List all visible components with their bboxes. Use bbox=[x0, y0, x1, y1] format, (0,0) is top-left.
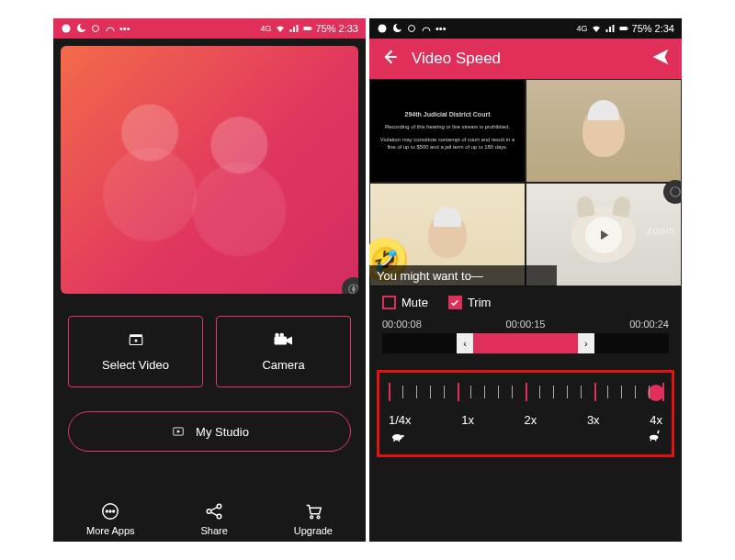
share-icon bbox=[204, 501, 224, 521]
svg-point-19 bbox=[311, 516, 313, 519]
status-dots: ••• bbox=[435, 23, 447, 34]
more-icon bbox=[100, 501, 120, 521]
send-icon bbox=[650, 47, 671, 67]
my-studio-button[interactable]: My Studio bbox=[68, 411, 351, 452]
nav-more-apps[interactable]: More Apps bbox=[86, 501, 135, 536]
select-video-button[interactable]: Select Video bbox=[68, 316, 203, 387]
video-preview[interactable]: 294th Judicial District Court Recording … bbox=[369, 79, 682, 286]
svg-point-1 bbox=[93, 26, 99, 32]
send-button[interactable] bbox=[650, 47, 671, 72]
svg-rect-24 bbox=[627, 28, 628, 29]
play-button[interactable] bbox=[585, 217, 622, 253]
speed-4x[interactable]: 4x bbox=[650, 413, 662, 427]
rabbit-icon bbox=[644, 429, 662, 447]
moon-icon bbox=[391, 23, 402, 34]
time-mid: 00:00:15 bbox=[506, 319, 546, 330]
video-tile-court: 294th Judicial District Court Recording … bbox=[369, 79, 526, 183]
home-screen: ••• 4G 75% 2:33 Select Video bbox=[53, 18, 366, 542]
clock: 2:33 bbox=[339, 23, 358, 34]
svg-point-6 bbox=[134, 339, 137, 342]
svg-rect-7 bbox=[130, 334, 142, 336]
shutter-icon bbox=[342, 277, 358, 294]
svg-point-26 bbox=[392, 434, 402, 441]
bottom-nav: More Apps Share Upgrade bbox=[53, 501, 366, 536]
trim-handle-left[interactable]: ‹ bbox=[457, 333, 473, 353]
my-studio-label: My Studio bbox=[196, 425, 249, 439]
battery-icon bbox=[302, 23, 313, 34]
speed-ruler[interactable] bbox=[389, 382, 662, 408]
editor-screen: ••• 4G 75% 2:34 Video Speed 294th Judici bbox=[369, 18, 682, 542]
msg-icon bbox=[377, 23, 388, 34]
battery-pct: 75% bbox=[316, 23, 336, 34]
speed-control: 1/4x 1x 2x 3x 4x bbox=[377, 370, 674, 457]
svg-point-30 bbox=[650, 435, 658, 440]
nav-share[interactable]: Share bbox=[201, 501, 228, 536]
battery-icon bbox=[618, 23, 629, 34]
clock: 2:34 bbox=[655, 23, 674, 34]
video-tile-judge bbox=[526, 79, 682, 183]
net-label: 4G bbox=[577, 24, 588, 33]
signal-icon bbox=[288, 23, 300, 34]
svg-point-0 bbox=[62, 25, 71, 33]
nav-more-label: More Apps bbox=[86, 525, 135, 536]
status-bar: ••• 4G 75% 2:34 bbox=[369, 18, 682, 39]
svg-point-15 bbox=[113, 510, 115, 512]
svg-rect-29 bbox=[399, 440, 400, 442]
speed-1x[interactable]: 1x bbox=[461, 413, 474, 427]
svg-point-27 bbox=[401, 435, 404, 438]
msg-icon bbox=[61, 23, 72, 34]
status-dots: ••• bbox=[119, 23, 130, 34]
arc-icon bbox=[421, 23, 432, 34]
wifi-icon bbox=[591, 23, 602, 34]
app-icon bbox=[90, 23, 101, 34]
svg-rect-32 bbox=[655, 439, 656, 441]
battery-pct: 75% bbox=[632, 23, 652, 34]
back-button[interactable] bbox=[380, 48, 399, 71]
svg-rect-31 bbox=[650, 439, 651, 441]
cart-icon bbox=[303, 501, 323, 521]
svg-point-22 bbox=[409, 26, 415, 32]
camcorder-icon bbox=[272, 332, 296, 349]
svg-rect-2 bbox=[303, 27, 311, 30]
svg-rect-8 bbox=[274, 336, 287, 344]
camera-button[interactable]: Camera bbox=[216, 316, 351, 387]
time-end: 00:00:24 bbox=[629, 319, 669, 330]
app-icon bbox=[406, 23, 417, 34]
turtle-icon bbox=[389, 429, 407, 447]
arrow-left-icon bbox=[380, 48, 399, 66]
svg-point-14 bbox=[109, 510, 111, 512]
speed-1-4x[interactable]: 1/4x bbox=[389, 413, 412, 427]
status-bar: ••• 4G 75% 2:33 bbox=[53, 18, 366, 39]
svg-point-25 bbox=[671, 186, 681, 196]
svg-point-13 bbox=[107, 510, 108, 512]
mute-label: Mute bbox=[401, 296, 428, 309]
play-icon bbox=[595, 227, 612, 243]
trim-slider[interactable]: ‹ › bbox=[382, 333, 669, 353]
camera-label: Camera bbox=[262, 358, 304, 372]
net-label: 4G bbox=[261, 24, 272, 33]
court-title: 294th Judicial District Court bbox=[405, 111, 491, 118]
hero-image bbox=[61, 46, 358, 294]
select-video-label: Select Video bbox=[102, 358, 169, 372]
speed-2x[interactable]: 2x bbox=[525, 413, 537, 427]
trim-handle-right[interactable]: › bbox=[578, 333, 594, 353]
svg-point-10 bbox=[279, 332, 284, 337]
nav-upgrade[interactable]: Upgrade bbox=[294, 501, 333, 536]
app-bar: Video Speed bbox=[369, 39, 682, 79]
svg-rect-28 bbox=[393, 440, 394, 442]
check-icon bbox=[450, 298, 459, 308]
trim-checkbox[interactable]: Trim bbox=[448, 296, 492, 309]
speed-3x[interactable]: 3x bbox=[587, 413, 600, 427]
page-title: Video Speed bbox=[412, 50, 501, 68]
mute-checkbox[interactable]: Mute bbox=[382, 296, 428, 309]
studio-icon bbox=[170, 425, 187, 438]
arc-icon bbox=[105, 23, 116, 34]
svg-point-20 bbox=[317, 516, 320, 519]
shutter-icon bbox=[663, 180, 682, 204]
svg-point-9 bbox=[275, 332, 279, 337]
signal-icon bbox=[605, 23, 616, 34]
film-icon bbox=[125, 332, 147, 349]
time-start: 00:00:08 bbox=[382, 319, 422, 330]
svg-rect-3 bbox=[311, 28, 311, 29]
caption: You might want to— bbox=[369, 265, 557, 286]
